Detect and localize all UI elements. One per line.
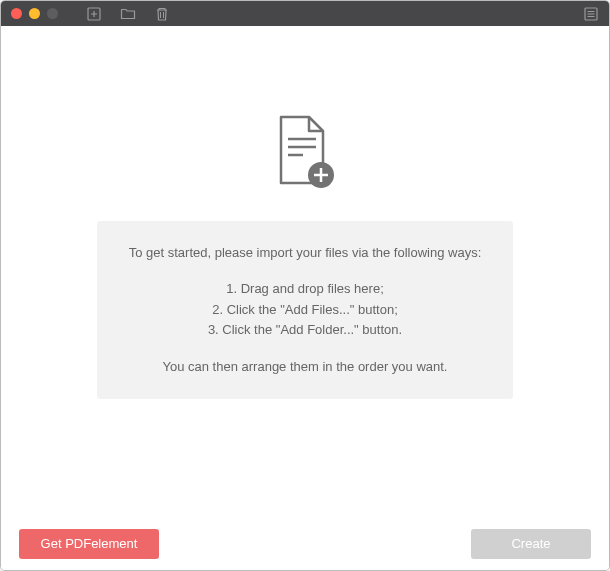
create-button: Create [471,529,591,559]
toolbar-right [583,6,599,22]
instruction-list: 1. Drag and drop files here; 2. Click th… [127,279,483,341]
instruction-intro: To get started, please import your files… [127,243,483,263]
get-pdfelement-button[interactable]: Get PDFelement [19,529,159,559]
instruction-box: To get started, please import your files… [97,221,513,398]
maximize-window-button[interactable] [47,8,58,19]
content-area[interactable]: To get started, please import your files… [1,26,609,516]
instruction-item: 1. Drag and drop files here; [127,279,483,300]
instruction-outro: You can then arrange them in the order y… [127,357,483,377]
close-window-button[interactable] [11,8,22,19]
trash-icon[interactable] [154,6,170,22]
footer: Get PDFelement Create [1,516,609,570]
folder-icon[interactable] [120,6,136,22]
app-window: To get started, please import your files… [0,0,610,571]
traffic-lights [11,8,58,19]
titlebar [1,1,609,26]
instruction-item: 2. Click the "Add Files..." button; [127,300,483,321]
list-icon[interactable] [583,6,599,22]
instruction-item: 3. Click the "Add Folder..." button. [127,320,483,341]
toolbar-icons [86,6,170,22]
add-file-icon[interactable] [86,6,102,22]
toolbar-left [11,6,170,22]
minimize-window-button[interactable] [29,8,40,19]
document-add-icon [273,113,337,197]
